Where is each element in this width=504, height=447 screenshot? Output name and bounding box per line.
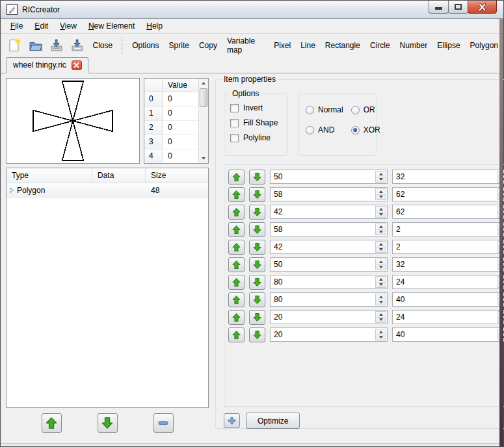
toolbar-button[interactable]: Copy (194, 37, 222, 54)
menu-item[interactable]: File (5, 19, 29, 32)
toolbar-button[interactable]: Variable map (222, 32, 269, 58)
move-point-down-button[interactable] (249, 257, 265, 272)
point-y-input[interactable] (393, 240, 497, 253)
move-point-up-button[interactable] (228, 275, 245, 290)
point-x-input[interactable] (271, 258, 375, 271)
spin-down-button[interactable] (376, 265, 386, 270)
expand-branch-icon[interactable] (9, 187, 14, 194)
row-value-cell[interactable]: 0 (163, 92, 198, 107)
toolbar-button[interactable]: Line (296, 37, 320, 54)
menu-item[interactable]: View (54, 19, 83, 32)
move-point-down-button[interactable] (249, 240, 265, 255)
toolbar-button[interactable]: Rectangle (321, 37, 365, 54)
point-y-input[interactable] (393, 293, 497, 306)
spin-up-button[interactable] (376, 207, 386, 212)
spin-down-button[interactable] (376, 300, 386, 305)
spin-up-button[interactable] (376, 312, 386, 318)
save-as-button[interactable] (68, 36, 86, 55)
spin-down-button[interactable] (376, 177, 386, 183)
move-point-down-button[interactable] (249, 187, 265, 202)
move-object-up-button[interactable] (42, 413, 62, 433)
spin-down-button[interactable] (376, 230, 386, 235)
checkbox-row[interactable]: Invert (230, 103, 282, 112)
add-point-button[interactable] (224, 413, 240, 428)
open-file-button[interactable] (26, 36, 44, 55)
point-x-input[interactable] (271, 223, 375, 236)
radio-row[interactable]: OR (351, 105, 380, 114)
radio-indicator[interactable] (306, 126, 314, 134)
point-y-input[interactable] (393, 328, 497, 341)
tab-close-button[interactable] (72, 60, 82, 70)
radio-row[interactable]: AND (306, 125, 343, 134)
spin-up-button[interactable] (376, 294, 386, 300)
spin-up-button[interactable] (376, 224, 386, 230)
checkbox-indicator[interactable] (230, 104, 239, 112)
move-point-up-button[interactable] (228, 187, 245, 202)
toolbar-button[interactable]: Pixel (269, 37, 295, 54)
point-x-input[interactable] (271, 275, 375, 288)
move-object-down-button[interactable] (98, 413, 118, 433)
menu-item[interactable]: Edit (29, 19, 54, 32)
spin-down-button[interactable] (376, 318, 386, 323)
move-point-up-button[interactable] (228, 205, 245, 220)
menu-item[interactable]: Help (140, 19, 168, 32)
checkbox-row[interactable]: Fill Shape (230, 118, 282, 127)
move-point-up-button[interactable] (228, 222, 245, 237)
maximize-button[interactable] (448, 1, 468, 14)
menu-item[interactable]: New Element (83, 19, 140, 32)
row-value-cell[interactable]: 0 (163, 107, 198, 121)
point-x-input[interactable] (271, 311, 375, 324)
radio-row[interactable]: XOR (351, 125, 380, 134)
radio-indicator[interactable] (351, 126, 360, 134)
spin-down-button[interactable] (376, 195, 386, 200)
optimize-button[interactable]: Optimize (246, 413, 300, 429)
move-point-down-button[interactable] (249, 327, 265, 342)
spin-down-button[interactable] (376, 335, 386, 340)
point-y-input[interactable] (393, 275, 497, 288)
point-y-input[interactable] (393, 223, 497, 236)
point-y-input[interactable] (393, 205, 497, 218)
radio-indicator[interactable] (306, 106, 314, 114)
point-x-input[interactable] (271, 240, 375, 253)
toolbar-button[interactable]: Options (127, 37, 163, 54)
point-x-input[interactable] (271, 188, 375, 201)
scrollbar-thumb[interactable] (200, 88, 207, 107)
spin-up-button[interactable] (376, 242, 386, 248)
move-point-up-button[interactable] (228, 257, 245, 272)
toolbar-button[interactable]: Circle (365, 37, 395, 54)
toolbar-button[interactable]: Number (395, 37, 432, 54)
spin-up-button[interactable] (376, 189, 386, 195)
radio-indicator[interactable] (351, 106, 360, 114)
checkbox-indicator[interactable] (230, 119, 239, 127)
toolbar-button[interactable]: Sprite (165, 37, 194, 54)
checkbox-row[interactable]: Polyline (230, 133, 282, 142)
checkbox-indicator[interactable] (230, 134, 239, 142)
point-x-input[interactable] (271, 328, 375, 341)
move-point-down-button[interactable] (249, 205, 265, 220)
radio-row[interactable]: Normal (306, 105, 343, 114)
close-window-button[interactable] (468, 1, 497, 14)
move-point-up-button[interactable] (228, 170, 245, 185)
point-x-input[interactable] (271, 205, 375, 218)
move-point-down-button[interactable] (249, 292, 265, 307)
spin-up-button[interactable] (376, 172, 386, 177)
point-y-input[interactable] (393, 188, 497, 201)
point-y-input[interactable] (393, 170, 497, 183)
tab-wheel-thingy[interactable]: wheel thingy.ric (6, 57, 88, 73)
row-value-cell[interactable]: 0 (163, 149, 198, 164)
spin-down-button[interactable] (376, 212, 386, 218)
remove-object-button[interactable] (153, 413, 174, 433)
move-point-up-button[interactable] (228, 240, 245, 255)
move-point-up-button[interactable] (228, 327, 245, 342)
move-point-up-button[interactable] (228, 310, 245, 325)
spin-down-button[interactable] (376, 283, 386, 288)
spin-up-button[interactable] (376, 259, 386, 265)
scroll-up-button[interactable] (199, 79, 208, 88)
new-file-button[interactable] (5, 36, 23, 55)
object-row-polygon[interactable]: Polygon 48 (7, 183, 208, 198)
move-point-down-button[interactable] (249, 170, 265, 185)
move-point-down-button[interactable] (249, 310, 265, 325)
spin-up-button[interactable] (376, 277, 386, 283)
move-point-down-button[interactable] (249, 222, 265, 237)
point-y-input[interactable] (393, 258, 497, 271)
